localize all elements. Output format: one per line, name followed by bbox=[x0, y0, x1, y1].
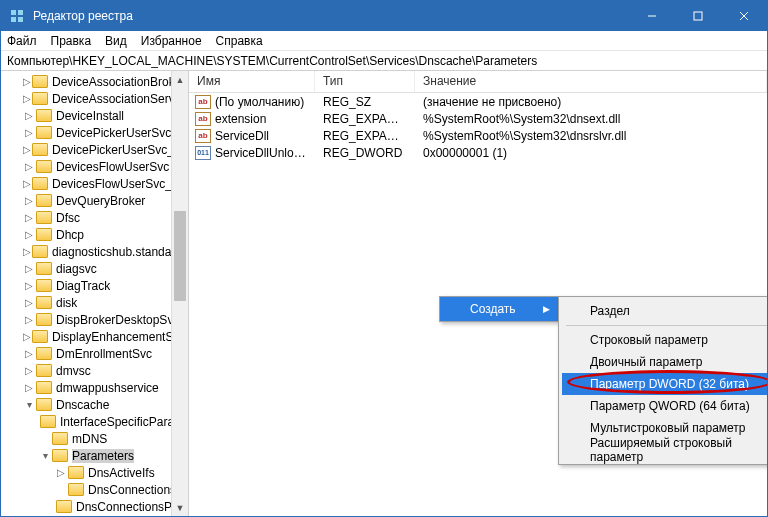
tree-item[interactable]: ▷DispBrokerDesktopSvc bbox=[1, 311, 188, 328]
scroll-up-icon[interactable]: ▲ bbox=[172, 71, 188, 88]
tree-item[interactable]: ▷diagnosticshub.standardcollect bbox=[1, 243, 188, 260]
expand-icon[interactable]: ▷ bbox=[55, 467, 67, 479]
folder-icon bbox=[36, 194, 52, 207]
ctx-create[interactable]: Создать ▶ bbox=[440, 297, 558, 321]
ctx-qword64[interactable]: Параметр QWORD (64 бита) bbox=[562, 395, 768, 417]
expand-icon[interactable]: ▷ bbox=[23, 93, 31, 105]
expand-icon[interactable]: ▷ bbox=[23, 280, 35, 292]
menu-edit[interactable]: Правка bbox=[51, 34, 92, 48]
addressbar[interactable]: Компьютер\HKEY_LOCAL_MACHINE\SYSTEM\Curr… bbox=[1, 51, 767, 71]
folder-icon bbox=[32, 143, 48, 156]
tree-label: DevQueryBroker bbox=[56, 194, 145, 208]
ctx-create-label: Создать bbox=[470, 302, 516, 316]
tree-item[interactable]: ▷DeviceAssociationBrokerSvc_29 bbox=[1, 73, 188, 90]
expand-icon[interactable]: ▷ bbox=[23, 195, 35, 207]
list-row[interactable]: abextensionREG_EXPAND_SZ%SystemRoot%\Sys… bbox=[189, 110, 767, 127]
ctx-expandstring[interactable]: Расширяемый строковый параметр bbox=[562, 439, 768, 461]
tree-label: DevicePickerUserSvc bbox=[56, 126, 171, 140]
tree-label: DevicesFlowUserSvc bbox=[56, 160, 169, 174]
tree-item[interactable]: ▷DnsPolicyConfig bbox=[1, 515, 188, 516]
menu-view[interactable]: Вид bbox=[105, 34, 127, 48]
tree-item[interactable]: ▷disk bbox=[1, 294, 188, 311]
tree-item[interactable]: ▷DevicesFlowUserSvc bbox=[1, 158, 188, 175]
tree-item[interactable]: ▷DevicePickerUserSvc bbox=[1, 124, 188, 141]
close-button[interactable] bbox=[721, 1, 767, 31]
tree-item[interactable]: ▷DiagTrack bbox=[1, 277, 188, 294]
ctx-dword32[interactable]: Параметр DWORD (32 бита) bbox=[562, 373, 768, 395]
expand-icon[interactable]: ▷ bbox=[23, 110, 35, 122]
row-value: %SystemRoot%\System32\dnsrslvr.dll bbox=[415, 129, 767, 143]
expand-icon[interactable] bbox=[55, 484, 67, 496]
menu-help[interactable]: Справка bbox=[216, 34, 263, 48]
scroll-down-icon[interactable]: ▼ bbox=[172, 499, 188, 516]
tree-scrollbar[interactable]: ▲ ▼ bbox=[171, 71, 188, 516]
scroll-thumb[interactable] bbox=[174, 211, 186, 301]
col-type[interactable]: Тип bbox=[315, 71, 415, 92]
expand-icon[interactable]: ▷ bbox=[23, 76, 31, 88]
row-name: (По умолчанию) bbox=[215, 95, 312, 109]
list-row[interactable]: 011ServiceDllUnloadOnSt...REG_DWORD0x000… bbox=[189, 144, 767, 161]
row-type: REG_EXPAND_SZ bbox=[315, 129, 415, 143]
svg-rect-1 bbox=[18, 10, 23, 15]
folder-icon bbox=[36, 211, 52, 224]
maximize-button[interactable] bbox=[675, 1, 721, 31]
tree-item[interactable]: ▷Dhcp bbox=[1, 226, 188, 243]
tree-item[interactable]: ▷DisplayEnhancementService bbox=[1, 328, 188, 345]
expand-icon[interactable]: ▷ bbox=[23, 212, 35, 224]
folder-icon bbox=[36, 347, 52, 360]
expand-icon[interactable]: ▷ bbox=[23, 297, 35, 309]
expand-icon[interactable]: ▷ bbox=[23, 144, 31, 156]
list-row[interactable]: ab(По умолчанию)REG_SZ(значение не присв… bbox=[189, 93, 767, 110]
folder-icon bbox=[36, 364, 52, 377]
tree-item[interactable]: ▾Dnscache bbox=[1, 396, 188, 413]
tree-panel: ▷DeviceAssociationBrokerSvc_29▷DeviceAss… bbox=[1, 71, 189, 516]
tree-item[interactable]: ▾Parameters bbox=[1, 447, 188, 464]
row-type: REG_DWORD bbox=[315, 146, 415, 160]
tree-item[interactable]: ▷DevicePickerUserSvc_29ec9 bbox=[1, 141, 188, 158]
value-type-icon: ab bbox=[195, 95, 211, 109]
folder-icon bbox=[52, 432, 68, 445]
tree-item[interactable]: DnsConnectionsProxies bbox=[1, 498, 188, 515]
expand-icon[interactable]: ▷ bbox=[23, 178, 31, 190]
tree-item[interactable]: ▷DmEnrollmentSvc bbox=[1, 345, 188, 362]
folder-icon bbox=[56, 500, 72, 513]
tree-item[interactable]: mDNS bbox=[1, 430, 188, 447]
row-name: ServiceDllUnloadOnSt... bbox=[215, 146, 315, 160]
tree-item[interactable]: ▷dmvsc bbox=[1, 362, 188, 379]
context-menu-create: Создать ▶ bbox=[439, 296, 559, 322]
tree-item[interactable]: InterfaceSpecificParameters bbox=[1, 413, 188, 430]
expand-icon[interactable]: ▾ bbox=[39, 450, 51, 462]
menu-favorites[interactable]: Избранное bbox=[141, 34, 202, 48]
expand-icon[interactable]: ▷ bbox=[23, 229, 35, 241]
expand-icon[interactable]: ▷ bbox=[23, 263, 35, 275]
expand-icon[interactable]: ▷ bbox=[23, 331, 31, 343]
expand-icon[interactable]: ▾ bbox=[23, 399, 35, 411]
expand-icon[interactable]: ▷ bbox=[23, 127, 35, 139]
tree-item[interactable]: ▷Dfsc bbox=[1, 209, 188, 226]
expand-icon[interactable]: ▷ bbox=[23, 246, 31, 258]
expand-icon[interactable] bbox=[39, 433, 51, 445]
col-name[interactable]: Имя bbox=[189, 71, 315, 92]
col-value[interactable]: Значение bbox=[415, 71, 767, 92]
titlebar[interactable]: Редактор реестра bbox=[1, 1, 767, 31]
tree-item[interactable]: ▷DevQueryBroker bbox=[1, 192, 188, 209]
minimize-button[interactable] bbox=[629, 1, 675, 31]
expand-icon[interactable]: ▷ bbox=[23, 314, 35, 326]
tree-item[interactable]: ▷DeviceAssociationService bbox=[1, 90, 188, 107]
ctx-binary[interactable]: Двоичный параметр bbox=[562, 351, 768, 373]
expand-icon[interactable]: ▷ bbox=[23, 365, 35, 377]
tree-item[interactable]: DnsConnections bbox=[1, 481, 188, 498]
tree-item[interactable]: ▷diagsvc bbox=[1, 260, 188, 277]
tree-item[interactable]: ▷DevicesFlowUserSvc_29ec9 bbox=[1, 175, 188, 192]
menu-file[interactable]: Файл bbox=[7, 34, 37, 48]
tree-item[interactable]: ▷DeviceInstall bbox=[1, 107, 188, 124]
expand-icon[interactable]: ▷ bbox=[23, 161, 35, 173]
tree-item[interactable]: ▷dmwappushservice bbox=[1, 379, 188, 396]
ctx-key[interactable]: Раздел bbox=[562, 300, 768, 322]
list-row[interactable]: abServiceDllREG_EXPAND_SZ%SystemRoot%\Sy… bbox=[189, 127, 767, 144]
expand-icon[interactable]: ▷ bbox=[23, 348, 35, 360]
expand-icon[interactable]: ▷ bbox=[23, 382, 35, 394]
ctx-string[interactable]: Строковый параметр bbox=[562, 329, 768, 351]
tree-item[interactable]: ▷DnsActiveIfs bbox=[1, 464, 188, 481]
row-value: %SystemRoot%\System32\dnsext.dll bbox=[415, 112, 767, 126]
